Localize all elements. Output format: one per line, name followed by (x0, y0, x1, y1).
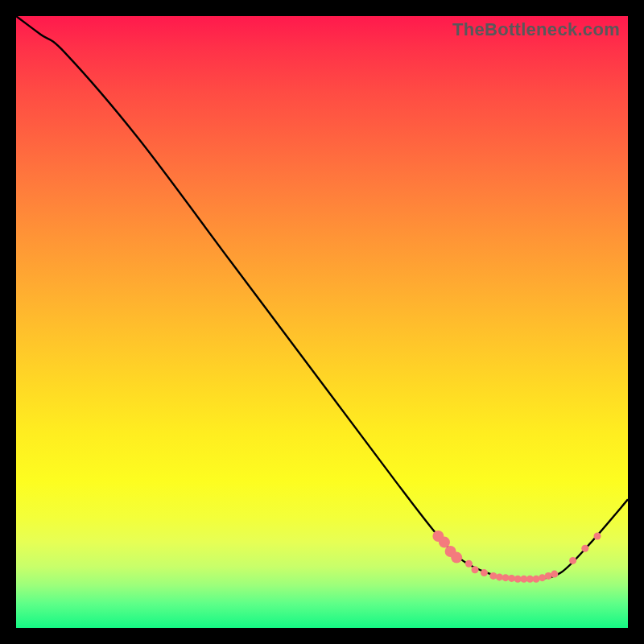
marker-dot (508, 575, 515, 582)
optimal-range-markers (432, 530, 601, 583)
marker-dot (489, 572, 497, 580)
marker-dot (533, 576, 540, 583)
marker-dot (451, 552, 462, 564)
marker-dot (502, 574, 510, 581)
marker-dot (496, 573, 503, 580)
marker-dot (581, 545, 588, 552)
marker-dot (594, 533, 601, 540)
bottleneck-curve (16, 16, 628, 580)
marker-dot (439, 537, 450, 548)
marker-dot (551, 571, 558, 578)
marker-dot (481, 569, 488, 576)
marker-dot (539, 574, 546, 581)
marker-dot (465, 560, 473, 568)
marker-dot (569, 557, 576, 564)
chart-svg (16, 16, 628, 628)
marker-dot (472, 566, 479, 573)
chart-plot-area: TheBottleneck.com (16, 16, 628, 628)
marker-dot (545, 572, 552, 580)
